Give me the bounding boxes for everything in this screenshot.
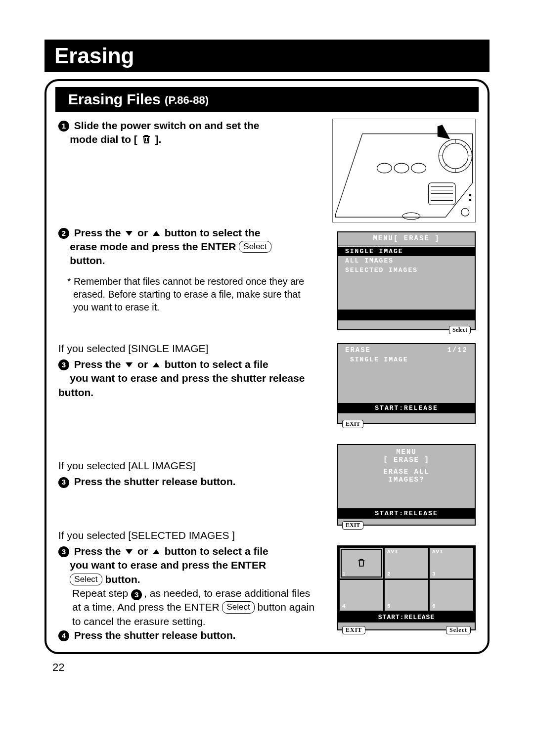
step-number-4: 4: [58, 630, 69, 641]
step-3-all: If you selected [ALL IMAGES] 3 Press the…: [58, 459, 317, 489]
erase-all-q2: IMAGES?: [341, 476, 472, 484]
down-arrow-icon: [126, 231, 133, 236]
manual-page: Erasing Erasing Files (P.86-88) 1 Slide …: [0, 0, 534, 694]
step-3c-text-d: you want to erase and press the ENTER: [70, 559, 266, 571]
page-reference: (P.86-88): [165, 94, 209, 106]
step-2-note: * Remember that files cannot be restored…: [58, 275, 317, 314]
erase-menu-screen: MENU[ ERASE ] SINGLE IMAGE ALL IMAGES SE…: [337, 231, 476, 330]
up-arrow-icon: [153, 549, 160, 554]
menu-item-all: ALL IMAGES: [338, 256, 475, 266]
grid-cell-3: AVI 3: [430, 548, 473, 578]
cell-num: 5: [387, 603, 391, 609]
cell-num: 1: [342, 571, 346, 577]
menu-item-selected: SELECTED IMAGES: [338, 266, 475, 275]
menu-line: MENU: [341, 448, 472, 456]
step-3a-text-d: you want to erase and press the shutter …: [58, 372, 305, 398]
exit-tag: EXIT: [342, 521, 363, 530]
step-3c-text-b: or: [137, 545, 148, 557]
sub-heading-text: Erasing Files: [68, 91, 161, 107]
section-title: Erasing: [44, 40, 490, 72]
trash-icon: [356, 557, 367, 570]
svg-point-21: [469, 199, 471, 201]
condition-single: If you selected [SINGLE IMAGE]: [58, 342, 317, 356]
select-tag: Select: [446, 626, 471, 634]
step-2-text-d: erase mode and press the ENTER: [70, 241, 236, 252]
step-3-single: If you selected [SINGLE IMAGE] 3 Press t…: [58, 342, 317, 400]
svg-point-0: [439, 139, 472, 173]
step-3-selected: If you selected [SELECTED IMAGES ] 3 Pre…: [58, 529, 317, 643]
cell-num: 6: [432, 603, 436, 609]
camera-illustration: [332, 119, 476, 222]
step-4-text: Press the shutter release button.: [74, 629, 236, 641]
svg-point-22: [402, 213, 420, 220]
erase-selected-screen: 1 AVI 2 AVI 3 4: [337, 545, 476, 630]
grid-cell-5: 5: [385, 580, 428, 611]
step-2-text-b: or: [137, 227, 148, 238]
step-3b-text: Press the shutter release button.: [74, 476, 236, 487]
step-1-text-a: Slide the power switch on and set the: [74, 120, 260, 131]
cell-num: 2: [387, 571, 391, 577]
erase-all-screen: MENU [ ERASE ] ERASE ALL IMAGES? START:R…: [337, 444, 476, 526]
grid-cell-6: 6: [430, 580, 473, 611]
trash-icon: [140, 133, 152, 145]
step-number-3b: 3: [58, 477, 69, 488]
start-release: START:RELEASE: [338, 612, 475, 623]
up-arrow-icon: [153, 362, 160, 367]
illustration-column: MENU[ ERASE ] SINGLE IMAGE ALL IMAGES SE…: [322, 119, 476, 642]
cell-num: 3: [432, 571, 436, 577]
down-arrow-icon: [126, 549, 133, 554]
select-button-label: Select: [222, 601, 254, 613]
page-number: 22: [44, 654, 499, 674]
repeat-a: Repeat step: [72, 587, 128, 599]
menu-header: MENU[ ERASE ]: [338, 232, 475, 246]
erase-line: [ ERASE ]: [341, 456, 472, 464]
cell-top: AVI: [432, 549, 444, 555]
svg-point-10: [377, 163, 392, 173]
svg-point-19: [461, 208, 469, 216]
condition-selected: If you selected [SELECTED IMAGES ]: [58, 529, 317, 542]
select-button-label: Select: [239, 241, 271, 253]
exit-tag: EXIT: [342, 420, 363, 428]
step-number-1: 1: [58, 121, 69, 132]
select-tag: Select: [449, 326, 471, 334]
erase-mode: SINGLE IMAGE: [338, 355, 475, 364]
step-number-2: 2: [58, 228, 69, 239]
sub-heading: Erasing Files (P.86-88): [55, 87, 479, 112]
condition-all: If you selected [ALL IMAGES]: [58, 459, 317, 473]
repeat-step-num: 3: [131, 589, 142, 600]
erase-count: 1/12: [447, 346, 468, 354]
step-number-3a: 3: [58, 359, 69, 370]
erase-all-q1: ERASE ALL: [341, 468, 472, 476]
step-1-text-c: ].: [155, 133, 162, 145]
content-box: Erasing Files (P.86-88) 1 Slide the powe…: [44, 79, 490, 654]
step-2-text-c: button to select the: [165, 227, 261, 238]
exit-tag: EXIT: [342, 626, 365, 634]
step-2-text-e: button.: [70, 255, 105, 266]
menu-item-single: SINGLE IMAGE: [338, 247, 475, 256]
svg-point-12: [411, 163, 426, 173]
step-2: 2 Press the or button to select the eras…: [58, 226, 317, 314]
step-2-text-a: Press the: [74, 227, 121, 238]
erase-single-screen: ERASE 1/12 SINGLE IMAGE START:RELEASE EX…: [337, 343, 476, 424]
start-release: START:RELEASE: [338, 508, 475, 519]
up-arrow-icon: [153, 231, 160, 236]
step-1-text-b: mode dial to [: [70, 133, 137, 145]
select-button-label: Select: [70, 574, 102, 585]
cell-top: AVI: [387, 549, 399, 555]
svg-point-20: [469, 194, 471, 196]
erase-title: ERASE: [345, 346, 371, 354]
step-3a-text-a: Press the: [74, 358, 121, 370]
step-3c-text-e: button.: [105, 574, 140, 585]
cell-num: 4: [342, 603, 346, 609]
down-arrow-icon: [126, 362, 133, 367]
step-3a-text-b: or: [137, 358, 148, 370]
instructions-column: 1 Slide the power switch on and set the …: [58, 119, 317, 642]
svg-point-11: [394, 163, 409, 173]
grid-cell-2: AVI 2: [385, 548, 428, 578]
start-release: START:RELEASE: [338, 403, 475, 413]
step-3c-text-a: Press the: [74, 545, 121, 557]
step-3c-text-c: button to select a file: [165, 545, 268, 557]
grid-cell-1: 1: [340, 548, 383, 578]
grid-cell-4: 4: [340, 580, 383, 611]
step-3a-text-c: button to select a file: [165, 358, 268, 370]
